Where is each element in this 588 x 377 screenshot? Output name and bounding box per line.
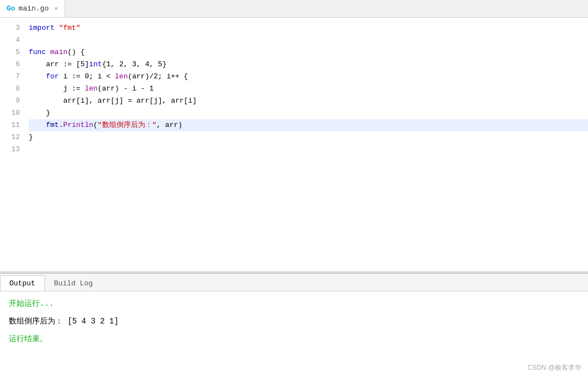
output-line-end: 运行结束。 [9, 332, 579, 346]
output-result-value: [5 4 3 2 1] [67, 317, 118, 326]
line-num-8: 8 [0, 83, 20, 95]
string-msg: "数组倒序后为： [98, 119, 152, 131]
string-fmt: "fmt" [59, 22, 81, 34]
output-panel: Output Build Log 开始运行... 数组倒序后为： [5 4 3 … [0, 274, 588, 377]
fn-len-2: len [84, 83, 97, 95]
line-num-12: 12 [0, 131, 20, 144]
code-line-12: } [29, 131, 588, 144]
fn-len: len [115, 71, 128, 83]
file-icon: Go [7, 4, 15, 13]
tab-output[interactable]: Output [0, 275, 45, 291]
line-num-6: 6 [0, 59, 20, 71]
line-num-13: 13 [0, 144, 20, 156]
editor-area: 3 4 5 6 7 8 9 10 11 12 13 import "fmt" [0, 18, 588, 272]
tab-build-log[interactable]: Build Log [45, 275, 102, 291]
func-name-main: main [50, 46, 67, 59]
output-line-start: 开始运行... [9, 297, 579, 310]
watermark: CSDN @极客李华 [527, 363, 581, 373]
line-num-11: 11 [0, 119, 20, 131]
code-line-13 [29, 144, 588, 156]
code-content[interactable]: import "fmt" func main () { arr := [ 5 ] [27, 18, 588, 272]
line-num-7: 7 [0, 71, 20, 83]
type-int: int [89, 59, 102, 71]
line-num-10: 10 [0, 107, 20, 119]
output-tabs: Output Build Log [0, 274, 588, 291]
keyword-func: func [29, 46, 46, 59]
code-container: 3 4 5 6 7 8 9 10 11 12 13 import "fmt" [0, 18, 588, 272]
code-line-3: import "fmt" [29, 22, 588, 34]
output-content: 开始运行... 数组倒序后为： [5 4 3 2 1] 运行结束。 [0, 291, 588, 377]
file-tab[interactable]: Go main.go × [0, 0, 65, 17]
code-line-7: for i := 0; i < len (arr)/2; i++ { [29, 71, 588, 83]
line-numbers: 3 4 5 6 7 8 9 10 11 12 13 [0, 18, 27, 272]
var-arr: arr [46, 59, 59, 71]
code-line-9: arr[i], arr[j] = arr[j], arr[i] [29, 95, 588, 107]
line-num-4: 4 [0, 34, 20, 46]
line-num-3: 3 [0, 22, 20, 34]
tab-close-button[interactable]: × [54, 6, 58, 12]
output-line-result: 数组倒序后为： [5 4 3 2 1] [9, 315, 579, 328]
code-line-5: func main () { [29, 46, 588, 59]
output-result-prefix: 数组倒序后为： [9, 317, 63, 326]
keyword-import: import [29, 22, 55, 34]
code-line-8: j := len (arr) - i - 1 [29, 83, 588, 95]
tab-bar: Go main.go × [0, 0, 588, 18]
pkg-fmt: fmt [46, 119, 59, 131]
code-line-11: fmt . Println ( "数组倒序后为： " , arr) [29, 119, 588, 131]
code-line-4 [29, 34, 588, 46]
code-line-10: } [29, 107, 588, 119]
keyword-for: for [46, 71, 59, 83]
code-line-6: arr := [ 5 ] int {1, 2, 3, 4, 5} [29, 59, 588, 71]
method-println: Println [63, 119, 93, 131]
line-num-5: 5 [0, 46, 20, 59]
tab-filename: main.go [19, 4, 49, 13]
line-num-9: 9 [0, 95, 20, 107]
